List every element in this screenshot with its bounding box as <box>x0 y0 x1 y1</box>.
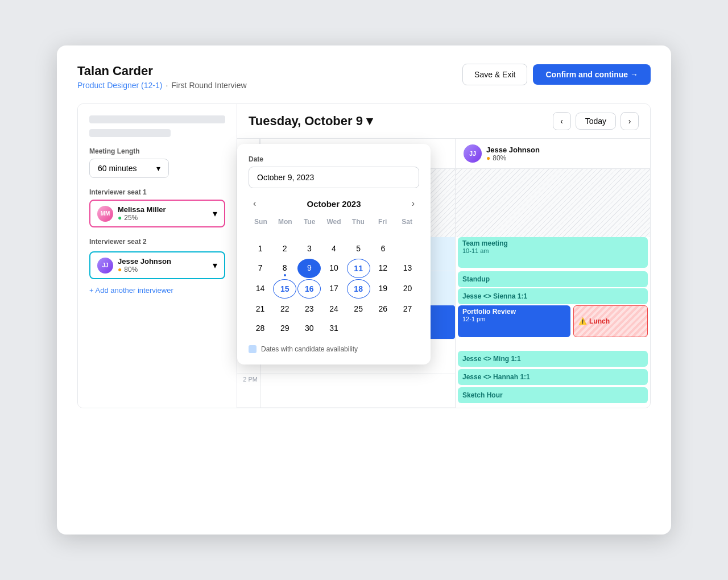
weekday-wed: Wed <box>322 218 346 226</box>
interviewer-column-header: JJ Jesse Johnson ● 80% <box>455 139 650 168</box>
chevron-down-icon-2: ▾ <box>213 208 217 219</box>
event-lunch: ⚠️ Lunch <box>573 305 648 337</box>
jesse-calendar-column: Team meeting 10-11 am Standup Jesse <> S… <box>455 169 650 408</box>
event-name-ming: Jesse <> Ming 1:1 <box>462 355 521 363</box>
dp-days-grid: 1 2 3 4 5 6 7 8 9 10 11 12 13 14 <box>249 229 419 337</box>
header-left: Talan Carder Product Designer (12-1) · F… <box>77 64 247 90</box>
dp-day-empty-8 <box>396 239 419 258</box>
header: Talan Carder Product Designer (12-1) · F… <box>77 64 651 90</box>
dp-day-20[interactable]: 20 <box>396 279 419 299</box>
dp-day-17[interactable]: 17 <box>322 279 345 299</box>
chevron-down-icon-3: ▾ <box>213 260 217 271</box>
today-button[interactable]: Today <box>576 113 616 130</box>
left-panel: Meeting Length 60 minutes ▾ Interviewer … <box>78 104 237 408</box>
weekday-tue: Tue <box>297 218 322 226</box>
dp-day-26[interactable]: 26 <box>371 300 395 318</box>
header-right: Save & Exit Confirm and continue → <box>462 64 651 85</box>
dp-day-24[interactable]: 24 <box>322 300 345 318</box>
interviewer-cal-score: ● 80% <box>486 154 540 162</box>
avatar-jesse: JJ <box>97 258 113 274</box>
interviewer-avatar-cal: JJ <box>464 144 482 163</box>
event-jesse-sienna: Jesse <> Sienna 1:1 <box>458 288 648 304</box>
dp-next-month[interactable]: › <box>407 196 419 211</box>
event-name-hannah: Jesse <> Hannah 1:1 <box>462 373 530 381</box>
dp-day-22[interactable]: 22 <box>273 300 296 318</box>
interview-round: First Round Interview <box>171 81 246 90</box>
interviewer2-score: ● 80% <box>118 266 171 274</box>
dp-day-28[interactable]: 28 <box>249 319 272 337</box>
dp-month-year: October 2023 <box>307 199 361 209</box>
confirm-button[interactable]: Confirm and continue → <box>533 64 651 85</box>
dp-day-23[interactable]: 23 <box>297 300 321 318</box>
event-team-meeting: Team meeting 10-11 am <box>458 237 648 268</box>
dp-input[interactable] <box>249 167 419 188</box>
dp-day-29[interactable]: 29 <box>273 319 296 337</box>
chevron-down-icon-cal: ▾ <box>366 114 373 129</box>
calendar-date-title[interactable]: Tuesday, October 9 ▾ <box>249 114 373 129</box>
event-name-sienna: Jesse <> Sienna 1:1 <box>462 292 527 300</box>
dp-day-3[interactable]: 3 <box>297 239 321 258</box>
dp-day-6[interactable]: 6 <box>371 239 395 258</box>
dp-day-31[interactable]: 31 <box>322 319 345 337</box>
seat1-label: Interviewer seat 1 <box>89 188 225 196</box>
dp-prev-month[interactable]: ‹ <box>249 196 260 211</box>
dp-legend: Dates with candidate availability <box>249 345 419 353</box>
dp-day-empty-10 <box>371 319 395 337</box>
dp-day-2[interactable]: 2 <box>273 239 296 258</box>
weekday-mon: Mon <box>273 218 297 226</box>
dp-day-empty-5 <box>347 229 370 238</box>
weekday-fri: Fri <box>370 218 395 226</box>
score-dot: ● <box>118 214 122 222</box>
warning-icon: ⚠️ <box>578 317 587 325</box>
next-day-button[interactable]: › <box>621 112 639 130</box>
avatar-melissa: MM <box>97 206 113 222</box>
dp-day-13[interactable]: 13 <box>396 259 419 278</box>
event-jesse-ming: Jesse <> Ming 1:1 <box>458 351 648 367</box>
job-title-link[interactable]: Product Designer (12-1) <box>77 81 162 90</box>
dp-legend-text: Dates with candidate availability <box>261 345 358 353</box>
event-name-lunch: Lunch <box>589 317 610 325</box>
dp-day-25[interactable]: 25 <box>347 300 370 318</box>
main-layout: Meeting Length 60 minutes ▾ Interviewer … <box>77 103 651 408</box>
dp-day-empty-6 <box>371 229 395 238</box>
dp-day-1[interactable]: 1 <box>249 239 272 258</box>
weekday-sat: Sat <box>395 218 419 226</box>
separator: · <box>166 81 168 90</box>
dp-day-12[interactable]: 12 <box>371 259 395 278</box>
interviewer-seat2-select[interactable]: JJ Jesse Johnson ● 80% ▾ <box>89 251 225 279</box>
chevron-down-icon: ▾ <box>156 164 160 173</box>
meeting-length-label: Meeting Length <box>89 147 225 155</box>
interviewer1-score: ● 25% <box>118 214 166 222</box>
dp-day-9[interactable]: 9 <box>297 259 321 278</box>
event-jesse-hannah: Jesse <> Hannah 1:1 <box>458 369 648 385</box>
dp-day-27[interactable]: 27 <box>396 300 419 318</box>
dp-day-19[interactable]: 19 <box>371 279 395 299</box>
event-name: Team meeting <box>462 239 643 247</box>
dp-day-10[interactable]: 10 <box>322 259 345 278</box>
dp-day-8[interactable]: 8 <box>273 259 296 278</box>
dp-day-15[interactable]: 15 <box>273 279 296 299</box>
interviewer-seat1-select[interactable]: MM Melissa Miller ● 25% ▾ <box>89 200 225 227</box>
interviewer2-details: Jesse Johnson ● 80% <box>118 257 171 274</box>
save-exit-button[interactable]: Save & Exit <box>462 64 527 85</box>
prev-day-button[interactable]: ‹ <box>553 112 571 130</box>
dp-day-11[interactable]: 11 <box>347 259 370 278</box>
dp-day-30[interactable]: 30 <box>297 319 321 337</box>
skeleton-2 <box>89 129 171 137</box>
dp-day-5[interactable]: 5 <box>347 239 370 258</box>
dp-day-7[interactable]: 7 <box>249 259 272 278</box>
candidate-name: Talan Carder <box>77 64 247 78</box>
dp-day-16[interactable]: 16 <box>297 279 321 299</box>
meeting-length-button[interactable]: 60 minutes ▾ <box>89 159 169 178</box>
dp-day-21[interactable]: 21 <box>249 300 272 318</box>
score-dot-2: ● <box>118 266 122 274</box>
event-name-sketch: Sketch Hour <box>462 391 503 399</box>
add-interviewer-link[interactable]: + Add another interviewer <box>89 286 225 295</box>
main-card: Talan Carder Product Designer (12-1) · F… <box>57 45 671 535</box>
dp-day-14[interactable]: 14 <box>249 279 272 299</box>
event-name-portfolio: Portfolio Review <box>462 308 566 316</box>
dp-day-18[interactable]: 18 <box>347 279 370 299</box>
event-standup: Standup <box>458 271 648 287</box>
dp-day-4[interactable]: 4 <box>322 239 345 258</box>
weekday-thu: Thu <box>346 218 370 226</box>
